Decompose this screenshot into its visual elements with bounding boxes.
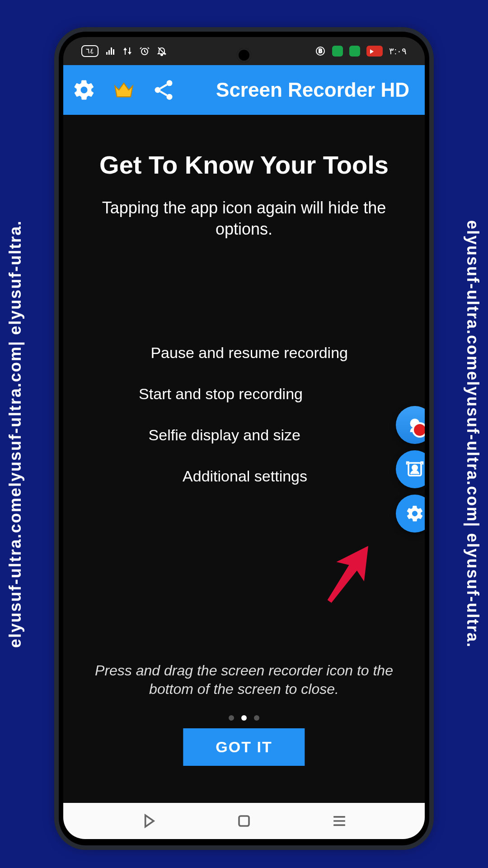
share-icon[interactable] [152, 78, 175, 102]
watermark-right: elyusuf-ultra.comelyusuf-ultra.com| elyu… [459, 0, 486, 868]
got-it-button[interactable]: GOT IT [183, 728, 305, 766]
status-bar-right: B ٣:٠٩ [315, 46, 407, 57]
svg-point-8 [413, 465, 418, 470]
nav-back-icon[interactable] [139, 811, 159, 831]
mute-icon [156, 46, 167, 57]
tutorial-tip: Press and drag the screen recorder icon … [63, 661, 425, 699]
shield-icon-2 [349, 46, 360, 57]
shield-icon-1 [332, 46, 343, 57]
youtube-icon [366, 46, 383, 57]
selfie-bubble[interactable] [396, 450, 425, 488]
tutorial-title: Get To Know Your Tools [81, 150, 407, 179]
record-app-bubble[interactable] [396, 406, 425, 444]
label-additional-settings: Additional settings [81, 467, 407, 485]
floating-controls [396, 406, 425, 533]
navigation-bar [63, 803, 425, 839]
settings-icon[interactable] [72, 78, 96, 102]
tutorial-subtitle: Tapping the app icon again will hide the… [81, 198, 407, 240]
data-icon [122, 46, 133, 57]
svg-point-5 [167, 94, 173, 100]
tutorial-overlay: Get To Know Your Tools Tapping the app i… [63, 115, 425, 803]
crown-icon[interactable] [112, 78, 136, 102]
svg-point-6 [410, 419, 420, 428]
battery-icon: ٦٤ [81, 45, 99, 57]
svg-point-3 [167, 80, 173, 86]
watermark-left: elyusuf-ultra.comelyusuf-ultra.com| elyu… [2, 0, 29, 868]
nav-recents-icon[interactable] [329, 811, 349, 831]
settings-bubble[interactable] [396, 495, 425, 533]
phone-screen: ٦٤ B ٣: [63, 37, 425, 839]
svg-text:B: B [319, 48, 322, 54]
status-bar-left: ٦٤ [81, 45, 167, 57]
label-start-stop: Start and stop recording [81, 385, 407, 403]
app-badge-icon: B [315, 46, 326, 57]
label-pause-resume: Pause and resume recording [81, 344, 407, 362]
label-selfie: Selfie display and size [81, 426, 407, 444]
svg-rect-9 [239, 816, 249, 826]
app-bar: Screen Recorder HD [63, 65, 425, 115]
phone-frame: ٦٤ B ٣: [59, 32, 429, 845]
tool-labels: Pause and resume recording Start and sto… [81, 344, 407, 485]
signal-icon [105, 46, 116, 57]
page-dots [229, 715, 259, 721]
app-title: Screen Recorder HD [192, 79, 416, 101]
page-dot [254, 715, 259, 721]
svg-point-4 [155, 87, 161, 93]
camera-notch [237, 48, 251, 62]
alarm-icon [139, 46, 150, 57]
nav-home-icon[interactable] [234, 811, 254, 831]
status-clock: ٣:٠٩ [389, 46, 407, 57]
page-dot-active [241, 715, 247, 721]
page-dot [229, 715, 234, 721]
